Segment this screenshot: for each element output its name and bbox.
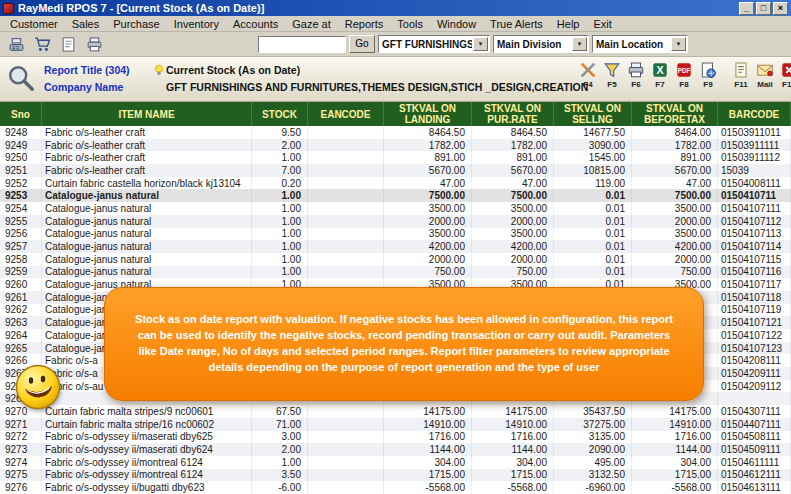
cell-item: Fabric o/s-odyssey ii/maserati dby625	[42, 431, 252, 444]
table-row[interactable]: 9248Fabric o/s-leather craft9.508464.508…	[0, 126, 791, 139]
cell-landing: 1144.00	[384, 443, 472, 456]
action-f7-button[interactable]: XF7	[648, 61, 672, 89]
column-header-landing[interactable]: STKVAL ON LANDING	[384, 102, 472, 126]
column-header-beforetax[interactable]: STKVAL ON BEFORETAX	[632, 102, 718, 126]
table-row[interactable]: 9276Fabric o/s-odyssey ii/bugatti dby623…	[0, 481, 791, 494]
table-row[interactable]: 9258Catalogue-janus natural1.002000.0020…	[0, 253, 791, 266]
bulb-icon	[152, 64, 166, 76]
menu-item-true-alerts[interactable]: True Alerts	[483, 17, 550, 31]
menu-item-customer[interactable]: Customer	[3, 17, 65, 31]
cell-beforetax: 5670.00	[632, 164, 718, 177]
location-dropdown[interactable]: Main Location ▼	[592, 35, 688, 53]
table-row[interactable]: 9270Curtain fabric malta stripes/9 nc006…	[0, 405, 791, 418]
menu-item-sales[interactable]: Sales	[65, 17, 107, 31]
table-row[interactable]: 9249Fabric o/s-leather craft2.001782.001…	[0, 139, 791, 152]
go-button[interactable]: Go	[349, 35, 375, 53]
cell-barcode: 01504107123	[718, 342, 791, 355]
table-row[interactable]: 9253Catalogue-janus natural1.007500.0075…	[0, 189, 791, 202]
close-button[interactable]: ×	[773, 2, 788, 15]
menu-item-tools[interactable]: Tools	[390, 17, 430, 31]
pos-button[interactable]	[4, 34, 28, 55]
cell-beforetax: 2000.00	[632, 215, 718, 228]
column-header-pur[interactable]: STKVAL ON PUR.RATE	[472, 102, 554, 126]
print-button[interactable]	[82, 34, 106, 55]
division-dropdown[interactable]: Main Division ▼	[493, 35, 589, 53]
cell-beforetax: 1715.00	[632, 469, 718, 482]
menu-item-accounts[interactable]: Accounts	[226, 17, 285, 31]
maximize-button[interactable]: □	[756, 2, 771, 15]
menu-item-help[interactable]: Help	[550, 17, 587, 31]
cell-barcode: 01504107118	[718, 291, 791, 304]
table-row[interactable]: 9271Curtain fabric malta stripe/16 nc006…	[0, 418, 791, 431]
menu-item-purchase[interactable]: Purchase	[106, 17, 166, 31]
cell-sell: 14677.50	[554, 126, 632, 139]
cell-sno: 9275	[0, 469, 42, 482]
chevron-down-icon[interactable]: ▼	[473, 37, 488, 51]
menu-item-exit[interactable]: Exit	[586, 17, 618, 31]
table-row[interactable]: 9273Fabric o/s-odyssey ii/maserati dby62…	[0, 443, 791, 456]
minimize-button[interactable]: _	[739, 2, 754, 15]
toolbar-buttons	[4, 34, 106, 55]
column-header-sno[interactable]: Sno	[0, 102, 42, 126]
column-header-stock[interactable]: STOCK	[252, 102, 308, 126]
report-title-label: Report Title (304)	[44, 64, 152, 76]
quick-search-input[interactable]	[258, 36, 346, 53]
table-row[interactable]: 9252Curtain fabric castella horizon/blac…	[0, 177, 791, 190]
menu-item-window[interactable]: Window	[430, 17, 483, 31]
table-row[interactable]: 9250Fabric o/s-leather craft1.00891.0089…	[0, 151, 791, 164]
action-key-label: F12	[782, 80, 791, 89]
cell-item: Fabric o/s-odyssey ii/montreal 6124	[42, 456, 252, 469]
table-row[interactable]: 9272Fabric o/s-odyssey ii/maserati dby62…	[0, 431, 791, 444]
cell-landing: 3500.00	[384, 202, 472, 215]
cell-stock: 1.00	[252, 266, 308, 279]
action-f4-button[interactable]: F4	[576, 61, 600, 89]
table-row[interactable]: 9274Fabric o/s-odyssey ii/montreal 61241…	[0, 456, 791, 469]
cell-landing: 8464.50	[384, 126, 472, 139]
menu-item-gaze-at[interactable]: Gaze at	[285, 17, 338, 31]
action-f8-button[interactable]: PDFF8	[672, 61, 696, 89]
chevron-down-icon[interactable]: ▼	[671, 37, 686, 51]
menu-item-inventory[interactable]: Inventory	[167, 17, 226, 31]
cell-stock: 1.00	[252, 253, 308, 266]
cell-stock: 2.00	[252, 443, 308, 456]
action-f11-button[interactable]: F11	[729, 61, 753, 89]
action-f9-button[interactable]: F9	[696, 61, 720, 89]
column-header-sell[interactable]: STKVAL ON SELLNG	[554, 102, 632, 126]
cell-pur: 304.00	[472, 456, 554, 469]
smiley-icon	[14, 363, 62, 411]
table-row[interactable]: 9251Fabric o/s-leather craft7.005670.005…	[0, 164, 791, 177]
cell-stock: 1.00	[252, 240, 308, 253]
column-header-barcode[interactable]: BARCODE	[718, 102, 791, 126]
table-row[interactable]: 9259Catalogue-janus natural1.00750.00750…	[0, 266, 791, 279]
cell-barcode: 01504107119	[718, 304, 791, 317]
cell-sno: 9260	[0, 278, 42, 291]
table-row[interactable]: 9256Catalogue-janus natural1.003500.0035…	[0, 228, 791, 241]
action-f6-button[interactable]: F6	[624, 61, 648, 89]
cell-landing: 1715.00	[384, 469, 472, 482]
column-header-item[interactable]: ITEM NAME	[42, 102, 252, 126]
cell-ean	[308, 469, 384, 482]
action-key-label: F5	[607, 80, 616, 89]
table-row[interactable]: 9275Fabric o/s-odyssey ii/montreal 61243…	[0, 469, 791, 482]
cell-ean	[308, 139, 384, 152]
receipt-button[interactable]	[56, 34, 80, 55]
action-key-label: Mail	[757, 80, 773, 89]
chevron-down-icon[interactable]: ▼	[572, 37, 587, 51]
table-row[interactable]: 9255Catalogue-janus natural1.002000.0020…	[0, 215, 791, 228]
cell-beforetax: 891.00	[632, 151, 718, 164]
action-f5-button[interactable]: F5	[600, 61, 624, 89]
cell-stock: 3.00	[252, 431, 308, 444]
cell-barcode: 01504613111	[718, 481, 791, 494]
cart-button[interactable]	[30, 34, 54, 55]
table-row[interactable]: 9257Catalogue-janus natural1.004200.0042…	[0, 240, 791, 253]
cell-barcode: 01503911011	[718, 126, 791, 139]
menu-item-reports[interactable]: Reports	[338, 17, 391, 31]
search-icon[interactable]	[6, 61, 44, 95]
cell-sno: 9261	[0, 291, 42, 304]
column-header-ean[interactable]: EANCODE	[308, 102, 384, 126]
table-row[interactable]: 9254Catalogue-janus natural1.003500.0035…	[0, 202, 791, 215]
action-f12-button[interactable]: F12	[777, 61, 791, 89]
cell-item: Fabric o/s-leather craft	[42, 126, 252, 139]
action-mail-button[interactable]: Mail	[753, 61, 777, 89]
company-dropdown[interactable]: GFT FURNISHINGS ▼	[378, 35, 490, 53]
